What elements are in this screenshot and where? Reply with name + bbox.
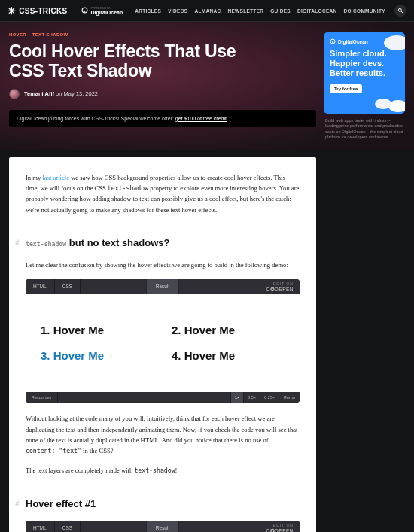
- heading-anchor-icon[interactable]: #: [15, 237, 20, 250]
- codepen-tab-css[interactable]: CSS: [55, 279, 81, 294]
- codepen-tab-result[interactable]: Result: [146, 279, 179, 294]
- last-article-link[interactable]: last article: [42, 174, 69, 181]
- svg-point-0: [83, 8, 88, 13]
- nav-digitalocean[interactable]: DIGITALOCEAN: [297, 8, 337, 14]
- ad-caption: Build web apps faster with industry-lead…: [324, 118, 405, 141]
- paragraph-demo-intro: Let me clear the confusion by showing th…: [26, 260, 300, 270]
- heading-no-shadows: # text-shadow but no text shadows?: [26, 235, 300, 251]
- zoom-05x[interactable]: 0.5×: [243, 392, 260, 403]
- heading-effect-1: # Hover effect #1: [26, 496, 300, 512]
- search-icon: [397, 8, 403, 14]
- code-text-shadow-2: text-shadow: [134, 467, 175, 474]
- codepen-edit-link[interactable]: EDIT ON C✪DEPEN: [260, 524, 300, 532]
- codepen-footer: Resources 1× 0.5× 0.25× Rerun: [26, 392, 300, 403]
- nav-videos[interactable]: VIDEOS: [168, 8, 187, 14]
- hero-section: HOVER TEXT-SHADOW Cool Hover Effects Tha…: [0, 22, 414, 150]
- page-title: Cool Hover Effects That Use CSS Text Sha…: [9, 41, 265, 81]
- breadcrumb-hover[interactable]: HOVER: [9, 32, 26, 37]
- promo-link[interactable]: get $100 of free credit: [175, 116, 227, 121]
- search-button[interactable]: [394, 5, 406, 17]
- codepen-header: HTML CSS Result EDIT ON C✪DEPEN: [26, 279, 300, 294]
- intro-paragraph: In my last article we saw how CSS backgr…: [26, 172, 300, 215]
- promo-text: DigitalOcean joining forces with CSS-Tri…: [17, 116, 175, 121]
- breadcrumb-text-shadow[interactable]: TEXT-SHADOW: [32, 32, 68, 37]
- promo-banner: DigitalOcean joining forces with CSS-Tri…: [9, 110, 316, 127]
- ad-headline: Simpler cloud. Happier devs. Better resu…: [330, 49, 399, 78]
- byline-on: on: [54, 90, 64, 97]
- zoom-025x[interactable]: 0.25×: [260, 392, 279, 403]
- codepen-result-frame: 1. Hover Me 2. Hover Me 3. Hover Me 4. H…: [26, 294, 300, 392]
- codepen-tab-result[interactable]: Result: [146, 521, 179, 532]
- codepen-zoom: 1× 0.5× 0.25×: [230, 392, 279, 403]
- author-name[interactable]: Temani Afif: [24, 90, 54, 97]
- zoom-1x[interactable]: 1×: [230, 392, 243, 403]
- svg-rect-1: [84, 11, 86, 12]
- nav-newsletter[interactable]: NEWSLETTER: [227, 8, 263, 14]
- codepen-header: HTML CSS Result EDIT ON C✪DEPEN: [26, 521, 300, 532]
- nav-articles[interactable]: ARTICLES: [135, 8, 161, 14]
- publish-date: May 13, 2022: [64, 90, 98, 97]
- top-bar: ✳ CSS-TRICKS POWERED BY DigitalOcean ART…: [0, 0, 414, 22]
- codepen-tab-html[interactable]: HTML: [26, 279, 55, 294]
- paragraph-layers: The text layers are completely made with…: [26, 465, 300, 476]
- codepen-tab-css[interactable]: CSS: [55, 521, 81, 532]
- ad-card[interactable]: DigitalOcean Simpler cloud. Happier devs…: [324, 32, 405, 114]
- codepen-embed-2: HTML CSS Result EDIT ON C✪DEPEN: [26, 521, 300, 532]
- demo-hover-3[interactable]: 3. Hover Me: [41, 347, 154, 366]
- codepen-edit-link[interactable]: EDIT ON C✪DEPEN: [260, 282, 300, 292]
- svg-point-2: [398, 8, 401, 11]
- powered-by[interactable]: POWERED BY DigitalOcean: [75, 6, 123, 15]
- code-text-shadow: text-shadow: [108, 184, 148, 192]
- logo-text: CSS-TRICKS: [19, 7, 67, 15]
- demo-hover-4[interactable]: 4. Hover Me: [172, 347, 285, 366]
- svg-line-3: [401, 11, 403, 13]
- powered-brand: DigitalOcean: [90, 10, 123, 15]
- codepen-rerun[interactable]: Rerun: [279, 392, 300, 403]
- demo-hover-1[interactable]: 1. Hover Me: [41, 321, 154, 340]
- ad-brand: DigitalOcean: [330, 38, 399, 44]
- codepen-embed-1: HTML CSS Result EDIT ON C✪DEPEN 1. Hover…: [26, 279, 300, 403]
- svg-point-4: [330, 39, 335, 44]
- do-logo-icon: [330, 38, 336, 44]
- heading-anchor-icon[interactable]: #: [15, 498, 20, 511]
- nav-guides[interactable]: GUIDES: [270, 8, 291, 14]
- nav-do-community[interactable]: DO COMMUNITY: [344, 8, 385, 14]
- codepen-resources[interactable]: Resources: [26, 392, 58, 403]
- byline: Temani Afif on May 13, 2022: [9, 89, 316, 99]
- primary-nav: ARTICLES VIDEOS ALMANAC NEWSLETTER GUIDE…: [135, 8, 385, 14]
- logo-star-icon: ✳: [8, 5, 16, 17]
- sidebar-ad: DigitalOcean Simpler cloud. Happier devs…: [324, 32, 405, 141]
- article-body: In my last article we saw how CSS backgr…: [9, 157, 316, 532]
- avatar[interactable]: [9, 89, 20, 99]
- ad-cta-button[interactable]: Try for free: [330, 84, 362, 93]
- do-logo-icon: [81, 7, 88, 14]
- codepen-tab-html[interactable]: HTML: [26, 521, 55, 532]
- demo-hover-2[interactable]: 2. Hover Me: [172, 321, 285, 340]
- site-logo[interactable]: ✳ CSS-TRICKS: [8, 5, 67, 17]
- paragraph-explain: Without looking at the code many of you …: [26, 413, 300, 456]
- code-content-text: content: "text": [26, 447, 81, 454]
- svg-rect-5: [332, 41, 333, 43]
- nav-almanac[interactable]: ALMANAC: [195, 8, 221, 14]
- breadcrumb: HOVER TEXT-SHADOW: [9, 32, 316, 37]
